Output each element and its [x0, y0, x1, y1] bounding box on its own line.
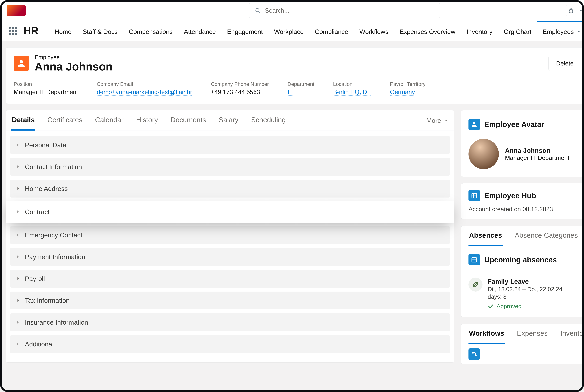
nav-item-compliance[interactable]: Compliance — [309, 21, 354, 41]
nav-items: Home Staff & Docs Compensations Attendan… — [49, 21, 584, 41]
chevron-right-icon — [16, 164, 21, 169]
nav-item-attendance[interactable]: Attendance — [178, 21, 221, 41]
field-location: Location Berlin HQ, DE — [333, 81, 371, 96]
tab-absence-categories[interactable]: Absence Categories — [514, 231, 578, 246]
absences-card: Absences Absence Categories Upcoming abs… — [461, 226, 584, 317]
absence-type: Family Leave — [488, 278, 584, 285]
absence-tabs: Absences Absence Categories — [461, 226, 584, 246]
chevron-down-icon — [576, 29, 581, 34]
svg-marker-2 — [568, 8, 573, 13]
nav-item-workflows[interactable]: Workflows — [354, 21, 394, 41]
employee-hub-title: Employee Hub — [484, 191, 536, 200]
chevron-right-icon — [16, 254, 21, 259]
search-icon — [255, 8, 261, 14]
nav-item-expenses-overview[interactable]: Expenses Overview — [394, 21, 461, 41]
record-supertitle: Employee — [35, 54, 113, 60]
absence-status: Approved — [488, 303, 584, 310]
utility-right — [566, 0, 584, 21]
field-department: Department IT — [287, 81, 315, 96]
record-title: Anna Johnson — [35, 60, 113, 73]
global-search[interactable]: Search... — [249, 3, 440, 18]
nav-item-employees[interactable]: Employees — [537, 21, 584, 41]
field-payroll-territory: Payroll Territory Germany — [390, 81, 426, 96]
tab-salary[interactable]: Salary — [218, 116, 239, 130]
svg-rect-26 — [475, 355, 477, 356]
app-launcher-icon[interactable] — [7, 21, 19, 41]
svg-point-11 — [15, 30, 17, 32]
delete-button[interactable]: Delete — [548, 56, 581, 71]
svg-point-14 — [15, 33, 17, 35]
chevron-right-icon — [16, 342, 21, 346]
section-insurance-information[interactable]: Insurance Information — [10, 313, 450, 331]
avatar-card-icon — [468, 119, 480, 130]
workflows-icon — [468, 348, 480, 360]
tab-documents[interactable]: Documents — [170, 116, 206, 130]
tab-expenses[interactable]: Expenses — [516, 329, 548, 344]
field-company-email: Company Email demo+anna-marketing-test@f… — [97, 81, 192, 96]
right-column: Employee Avatar Change Anna Johnson Mana… — [461, 110, 584, 364]
section-emergency-contact[interactable]: Emergency Contact — [10, 226, 450, 244]
favorites-pill[interactable] — [566, 5, 584, 16]
search-placeholder: Search... — [265, 7, 289, 14]
section-contact-information[interactable]: Contact Information — [10, 158, 450, 176]
svg-point-13 — [12, 33, 14, 35]
calendar-icon — [468, 254, 480, 266]
star-icon[interactable] — [566, 5, 576, 16]
tab-history[interactable]: History — [136, 116, 158, 130]
nav-item-org-chart[interactable]: Org Chart — [498, 21, 537, 41]
brand-logo — [7, 5, 26, 16]
chevron-right-icon — [16, 232, 21, 238]
location-link[interactable]: Berlin HQ, DE — [333, 88, 371, 96]
two-column-layout: Details Certificates Calendar History Do… — [6, 110, 584, 364]
section-tax-information[interactable]: Tax Information — [10, 292, 450, 310]
section-payment-information[interactable]: Payment Information — [10, 248, 450, 266]
record-actions: Delete Edit Printable View — [548, 56, 584, 71]
section-home-address[interactable]: Home Address — [10, 180, 450, 198]
chevron-right-icon — [16, 276, 21, 281]
employee-hub-card: Employee Hub Account created on 08.12.20… — [461, 183, 584, 219]
detail-sections: Personal Data Contact Information Home A… — [6, 131, 454, 362]
app-name: HR — [23, 21, 39, 41]
section-personal-data[interactable]: Personal Data — [10, 136, 450, 154]
tab-calendar[interactable]: Calendar — [95, 116, 124, 130]
tab-workflows[interactable]: Workflows — [468, 329, 505, 344]
payroll-territory-link[interactable]: Germany — [390, 88, 415, 96]
main-nav: HR Home Staff & Docs Compensations Atten… — [0, 21, 584, 41]
utility-bar: Search... — [0, 0, 584, 21]
chevron-down-icon[interactable] — [576, 5, 584, 16]
nav-item-workplace[interactable]: Workplace — [268, 21, 309, 41]
svg-point-9 — [9, 30, 11, 32]
tabs-more[interactable]: More — [426, 117, 449, 130]
record-header: Employee Anna Johnson Delete Edit Printa… — [6, 47, 584, 104]
absence-item: Family Leave Di., 13.02.24 – Do., 22.02.… — [461, 272, 584, 317]
employee-avatar-title: Employee Avatar — [484, 120, 544, 129]
details-card: Details Certificates Calendar History Do… — [6, 110, 454, 362]
nav-item-inventory[interactable]: Inventory — [461, 21, 498, 41]
section-payroll[interactable]: Payroll — [10, 270, 450, 288]
department-link[interactable]: IT — [287, 88, 293, 96]
tab-absences[interactable]: Absences — [468, 231, 502, 246]
absence-range: Di., 13.02.24 – Do., 22.02.24 — [488, 286, 584, 292]
section-contract[interactable]: Contract — [7, 202, 453, 222]
tab-certificates[interactable]: Certificates — [47, 116, 83, 130]
svg-point-0 — [256, 8, 259, 12]
chevron-right-icon — [16, 320, 21, 325]
chevron-right-icon — [16, 186, 21, 191]
edit-button[interactable]: Edit — [581, 56, 584, 71]
nav-item-home[interactable]: Home — [49, 21, 77, 41]
nav-item-compensations[interactable]: Compensations — [123, 21, 178, 41]
tab-scheduling[interactable]: Scheduling — [251, 116, 286, 130]
tab-inventory[interactable]: Inventory — [560, 329, 584, 344]
svg-point-6 — [9, 27, 11, 29]
tab-details[interactable]: Details — [11, 116, 35, 130]
employee-name: Anna Johnson — [505, 147, 569, 154]
company-email-link[interactable]: demo+anna-marketing-test@flair.hr — [97, 88, 192, 96]
nav-item-staff-docs[interactable]: Staff & Docs — [77, 21, 123, 41]
nav-item-engagement[interactable]: Engagement — [221, 21, 268, 41]
svg-point-10 — [12, 30, 14, 32]
upcoming-absences-title: Upcoming absences — [484, 256, 557, 264]
svg-point-8 — [15, 27, 17, 29]
leaf-icon — [468, 278, 482, 292]
employee-subtitle: Manager IT Department — [505, 154, 569, 161]
section-additional[interactable]: Additional — [10, 335, 450, 353]
